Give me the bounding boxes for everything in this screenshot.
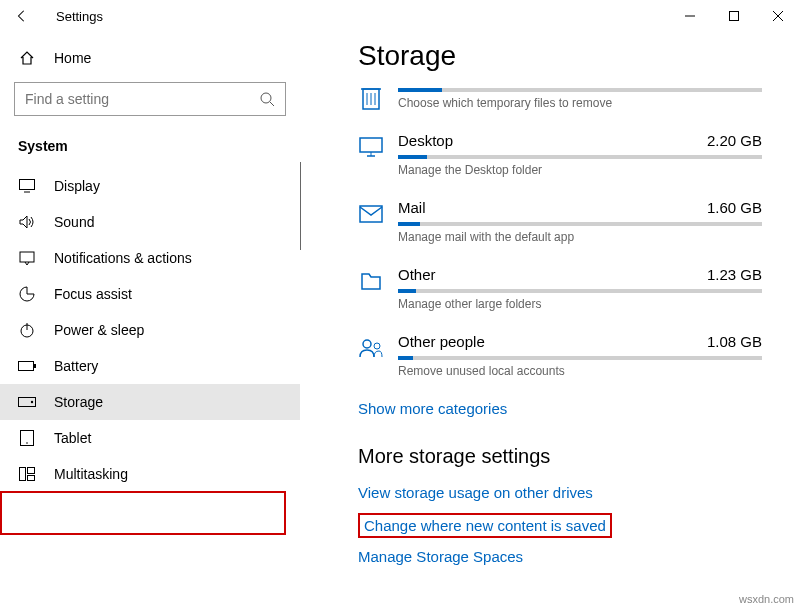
progress-bar	[398, 88, 762, 92]
category-name: Other people	[398, 333, 485, 350]
folder-icon	[358, 268, 384, 294]
home-button[interactable]: Home	[0, 44, 300, 76]
multitasking-icon	[18, 467, 36, 481]
desktop-icon	[358, 134, 384, 160]
progress-bar	[398, 222, 762, 226]
sidebar-item-battery[interactable]: Battery	[0, 348, 300, 384]
category-other[interactable]: Other1.23 GB Manage other large folders	[358, 266, 762, 311]
sidebar-item-label: Display	[54, 178, 100, 194]
search-box[interactable]	[14, 82, 286, 116]
svg-rect-17	[20, 468, 26, 481]
sidebar-item-label: Tablet	[54, 430, 91, 446]
window-title: Settings	[56, 9, 103, 24]
category-sub: Remove unused local accounts	[398, 364, 762, 378]
category-name: Mail	[398, 199, 426, 216]
progress-bar	[398, 289, 762, 293]
category-size: 1.60 GB	[707, 199, 762, 216]
sidebar-item-focus-assist[interactable]: Focus assist	[0, 276, 300, 312]
focus-assist-icon	[18, 286, 36, 302]
svg-point-30	[374, 343, 380, 349]
sidebar-item-tablet[interactable]: Tablet	[0, 420, 300, 456]
svg-rect-1	[730, 12, 739, 21]
svg-rect-6	[20, 180, 35, 190]
search-input[interactable]	[25, 91, 259, 107]
notifications-icon	[18, 251, 36, 265]
svg-rect-11	[19, 362, 34, 371]
sidebar-item-label: Focus assist	[54, 286, 132, 302]
category-sub: Manage other large folders	[398, 297, 762, 311]
display-icon	[18, 179, 36, 193]
svg-point-14	[31, 401, 33, 403]
svg-point-16	[26, 442, 28, 444]
highlight-storage	[0, 491, 286, 535]
svg-rect-8	[20, 252, 34, 262]
watermark: wsxdn.com	[739, 593, 794, 605]
svg-rect-18	[28, 468, 35, 474]
home-label: Home	[54, 50, 91, 66]
svg-point-4	[261, 93, 271, 103]
sidebar-item-sound[interactable]: Sound	[0, 204, 300, 240]
category-size: 2.20 GB	[707, 132, 762, 149]
battery-icon	[18, 360, 36, 372]
show-more-link[interactable]: Show more categories	[358, 400, 762, 417]
category-temporary[interactable]: Choose which temporary files to remove	[358, 82, 762, 110]
back-button[interactable]	[12, 9, 32, 23]
category-other-people[interactable]: Other people1.08 GB Remove unused local …	[358, 333, 762, 378]
search-icon	[259, 91, 275, 107]
category-name: Desktop	[398, 132, 453, 149]
progress-bar	[398, 356, 762, 360]
sidebar-item-label: Multitasking	[54, 466, 128, 482]
sidebar-item-label: Storage	[54, 394, 103, 410]
svg-point-29	[363, 340, 371, 348]
sidebar-item-label: Notifications & actions	[54, 250, 192, 266]
sidebar-item-label: Battery	[54, 358, 98, 374]
power-icon	[18, 322, 36, 338]
svg-rect-25	[360, 138, 382, 152]
category-size: 1.08 GB	[707, 333, 762, 350]
progress-bar	[398, 155, 762, 159]
mail-icon	[358, 201, 384, 227]
highlight-change-where: Change where new content is saved	[358, 513, 612, 538]
category-desktop[interactable]: Desktop2.20 GB Manage the Desktop folder	[358, 132, 762, 177]
category-sub: Manage mail with the default app	[398, 230, 762, 244]
category-name: Other	[398, 266, 436, 283]
svg-rect-12	[34, 364, 36, 368]
people-icon	[358, 335, 384, 361]
svg-rect-19	[28, 476, 35, 481]
close-button[interactable]	[756, 0, 800, 32]
home-icon	[18, 50, 36, 66]
sound-icon	[18, 215, 36, 229]
tablet-icon	[18, 430, 36, 446]
window-controls	[668, 0, 800, 32]
more-storage-title: More storage settings	[358, 445, 762, 468]
sidebar-item-notifications[interactable]: Notifications & actions	[0, 240, 300, 276]
category-sub: Choose which temporary files to remove	[398, 96, 762, 110]
sidebar-item-display[interactable]: Display	[0, 168, 300, 204]
scroll-indicator[interactable]	[300, 162, 301, 250]
svg-rect-28	[360, 206, 382, 222]
manage-spaces-link[interactable]: Manage Storage Spaces	[358, 548, 762, 565]
sidebar-item-storage[interactable]: Storage	[0, 384, 300, 420]
change-where-link[interactable]: Change where new content is saved	[364, 517, 606, 534]
storage-icon	[18, 397, 36, 407]
category-sub: Manage the Desktop folder	[398, 163, 762, 177]
page-title: Storage	[358, 40, 762, 72]
minimize-button[interactable]	[668, 0, 712, 32]
sidebar: Home System Display Sound Notifications …	[0, 32, 300, 607]
view-usage-link[interactable]: View storage usage on other drives	[358, 484, 762, 501]
svg-line-5	[270, 102, 274, 106]
sidebar-item-power-sleep[interactable]: Power & sleep	[0, 312, 300, 348]
category-size: 1.23 GB	[707, 266, 762, 283]
sidebar-item-multitasking[interactable]: Multitasking	[0, 456, 300, 492]
sidebar-item-label: Power & sleep	[54, 322, 144, 338]
temporary-icon	[358, 84, 384, 110]
sidebar-item-label: Sound	[54, 214, 94, 230]
titlebar: Settings	[0, 0, 800, 32]
sidebar-section-system: System	[0, 132, 300, 168]
main-content: Storage Choose which temporary files to …	[300, 32, 800, 607]
maximize-button[interactable]	[712, 0, 756, 32]
category-mail[interactable]: Mail1.60 GB Manage mail with the default…	[358, 199, 762, 244]
